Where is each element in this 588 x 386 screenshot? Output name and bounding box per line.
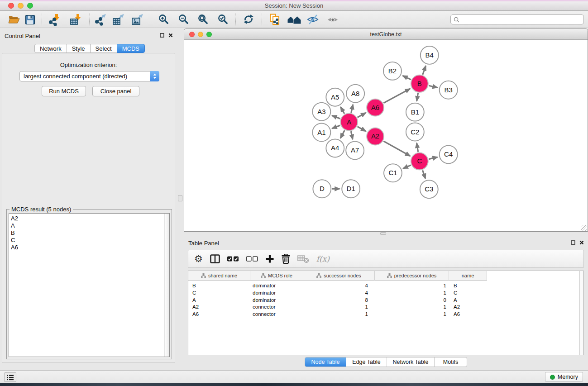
graph-node-B3[interactable]: B3 [440, 81, 458, 99]
export-table-button[interactable] [112, 13, 125, 26]
table-cell[interactable]: A [188, 297, 250, 304]
graph-node-A4[interactable]: A4 [326, 139, 344, 157]
table-cell[interactable]: C [188, 290, 250, 297]
float-panel-icon[interactable] [160, 33, 164, 38]
mcds-result-item[interactable]: C [9, 237, 169, 244]
graph-node-A1[interactable]: A1 [312, 124, 330, 142]
tab-network-table[interactable]: Network Table [387, 357, 434, 367]
graph-edge-C-C2[interactable] [417, 143, 418, 152]
table-cell[interactable]: B [449, 282, 487, 290]
new-network-from-selection-button[interactable] [268, 13, 282, 26]
column-header-mcds-role[interactable]: MCDS role [250, 271, 303, 281]
graph-node-C3[interactable]: C3 [420, 180, 438, 198]
graph-node-A3[interactable]: A3 [312, 103, 330, 121]
table-cell[interactable]: C [449, 290, 487, 297]
tab-network[interactable]: Network [34, 44, 67, 53]
network-canvas[interactable]: B4B2BB3A8A5A6A3B1AA1C2A2A4A7C4CC1C3DD1 [184, 40, 588, 231]
graph-edge-A-A2[interactable] [358, 127, 366, 131]
column-header-successor-nodes[interactable]: successor nodes [303, 271, 375, 281]
table-cell[interactable]: 1 [375, 282, 449, 290]
graph-node-A8[interactable]: A8 [346, 85, 364, 103]
table-row[interactable]: A6connector11A6 [188, 311, 583, 318]
horizontal-splitter-grip[interactable] [380, 232, 386, 235]
mcds-result-item[interactable]: A6 [9, 244, 169, 251]
graph-edge-A2-C[interactable] [383, 141, 410, 156]
graph-node-B2[interactable]: B2 [383, 62, 402, 80]
table-cell[interactable]: B [188, 282, 250, 290]
table-row[interactable]: Cdominator41C [188, 290, 583, 297]
criterion-dropdown[interactable]: largest connected component (directed) [19, 71, 159, 81]
graph-node-A[interactable]: A [340, 114, 358, 131]
tab-motifs[interactable]: Motifs [434, 357, 467, 367]
graph-node-C[interactable]: C [411, 152, 428, 170]
graph-node-B1[interactable]: B1 [406, 103, 424, 121]
table-cell[interactable]: 4 [303, 282, 375, 290]
run-mcds-button[interactable]: Run MCDS [42, 86, 86, 96]
column-header-shared-name[interactable]: shared name [188, 271, 250, 281]
table-scrollbar-track[interactable] [579, 271, 583, 355]
graph-edge-B-B4[interactable] [423, 66, 426, 75]
zoom-selected-button[interactable] [216, 13, 229, 26]
graph-node-C4[interactable]: C4 [440, 145, 458, 163]
graph-edge-A-A8[interactable] [351, 105, 353, 113]
scrollbar-track[interactable] [164, 214, 169, 357]
select-all-columns-button[interactable] [227, 256, 239, 262]
export-network-button[interactable] [94, 13, 107, 26]
column-header-predecessor-nodes[interactable]: predecessor nodes [375, 271, 449, 281]
export-image-button[interactable] [131, 13, 144, 26]
graph-edge-C-C3[interactable] [423, 170, 425, 178]
graph-edge-A-A5[interactable] [341, 107, 344, 114]
deselect-all-columns-button[interactable] [246, 256, 258, 262]
graph-edge-B-B2[interactable] [403, 76, 411, 79]
close-panel-icon[interactable] [579, 240, 584, 245]
tab-edge-table[interactable]: Edge Table [346, 357, 387, 367]
graph-node-A6[interactable]: A6 [367, 99, 384, 116]
column-header-name[interactable]: name [449, 271, 487, 281]
window-resize-grip[interactable] [581, 225, 587, 231]
graph-edge-A6-B[interactable] [384, 89, 410, 103]
graph-node-C1[interactable]: C1 [384, 164, 402, 182]
create-column-button[interactable] [265, 254, 274, 263]
zoom-out-button[interactable] [177, 13, 190, 26]
graph-edge-C-C1[interactable] [403, 165, 411, 168]
import-table-button[interactable] [69, 13, 83, 26]
graph-node-A2[interactable]: A2 [367, 128, 384, 145]
mcds-result-item[interactable]: A [9, 222, 169, 229]
tab-style[interactable]: Style [67, 44, 91, 53]
table-row[interactable]: A2connector11A2 [188, 304, 583, 311]
import-network-button[interactable] [48, 13, 62, 26]
graph-node-C2[interactable]: C2 [406, 123, 424, 141]
close-panel-button[interactable]: Close panel [92, 86, 139, 96]
mcds-result-item[interactable]: B [9, 229, 169, 237]
table-cell[interactable]: A6 [449, 311, 487, 318]
table-cell[interactable]: 4 [303, 290, 375, 297]
float-panel-icon[interactable] [571, 240, 575, 245]
network-graph[interactable]: B4B2BB3A8A5A6A3B1AA1C2A2A4A7C4CC1C3DD1 [184, 40, 588, 231]
graph-node-D[interactable]: D [313, 180, 331, 198]
tab-node-table[interactable]: Node Table [305, 357, 346, 367]
fit-content-button[interactable] [196, 13, 210, 26]
hide-graphics-details-button[interactable] [306, 13, 320, 26]
save-session-button[interactable] [23, 13, 37, 26]
graph-edge-A-A4[interactable] [340, 130, 344, 138]
table-cell[interactable]: 1 [303, 311, 375, 318]
network-window-titlebar[interactable]: testGlobe.txt [184, 29, 588, 40]
graph-edge-A-A1[interactable] [332, 125, 340, 129]
zoom-in-button[interactable] [157, 13, 170, 26]
graph-edge-A-A7[interactable] [351, 131, 353, 139]
graph-node-B[interactable]: B [411, 75, 428, 92]
table-cell[interactable]: A2 [449, 304, 487, 311]
table-cell[interactable]: dominator [250, 282, 303, 290]
function-builder-button[interactable]: f(x) [316, 254, 330, 263]
search-field[interactable] [450, 14, 584, 24]
table-cell[interactable]: connector [250, 304, 303, 311]
table-cell[interactable]: 1 [303, 304, 375, 311]
show-graphics-details-button[interactable] [326, 13, 339, 26]
search-input[interactable] [461, 16, 581, 23]
graph-node-B4[interactable]: B4 [421, 46, 439, 64]
table-cell[interactable]: 1 [375, 304, 449, 311]
table-cell[interactable]: 8 [303, 297, 375, 304]
table-row[interactable]: Adominator80A [188, 297, 583, 304]
graph-edge-C-C4[interactable] [429, 157, 437, 159]
tab-mcds[interactable]: MCDS [117, 44, 145, 53]
